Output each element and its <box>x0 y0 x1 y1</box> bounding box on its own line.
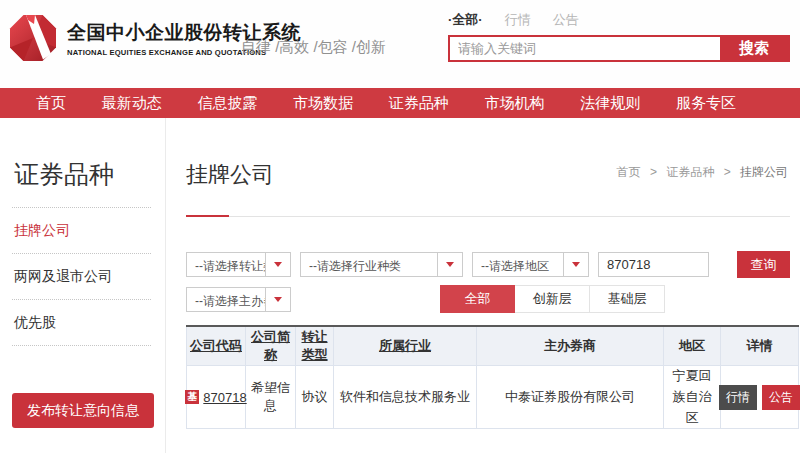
company-code-link[interactable]: 870718 <box>203 390 246 405</box>
content-area: 证券品种 挂牌公司 两网及退市公司 优先股 发布转让意向信息 挂牌公司 首页 >… <box>0 118 800 453</box>
search-button[interactable]: 搜索 <box>720 37 788 60</box>
chevron-down-icon <box>563 253 588 276</box>
nav-item-market-institutions[interactable]: 市场机构 <box>485 94 545 113</box>
filter-section: --请选择转让类型 --请选择行业种类 --请选择地区 查询 --请选择主办券商 <box>186 251 790 313</box>
column-header-detail: 详情 <box>721 326 799 366</box>
sidebar-title: 证券品种 <box>12 118 151 208</box>
nav-item-securities-types[interactable]: 证券品种 <box>389 94 449 113</box>
search-bar: 搜索 <box>448 35 790 62</box>
layer-tab-basic[interactable]: 基础层 <box>590 285 665 313</box>
sidebar-item-listed-companies[interactable]: 挂牌公司 <box>12 208 151 254</box>
layer-tabs: 全部 创新层 基础层 <box>440 285 665 313</box>
column-header-company-code[interactable]: 公司代码 <box>187 326 246 366</box>
filter-row-1: --请选择转让类型 --请选择行业种类 --请选择地区 查询 <box>186 251 790 278</box>
breadcrumb: 首页 > 证券品种 > 挂牌公司 <box>617 164 788 181</box>
title-underline <box>186 216 790 217</box>
column-header-region: 地区 <box>664 326 721 366</box>
breadcrumb-securities-types[interactable]: 证券品种 <box>666 165 714 179</box>
main-nav: 首页 最新动态 信息披露 市场数据 证券品种 市场机构 法律规则 服务专区 <box>0 88 800 118</box>
basic-layer-badge-icon: 基 <box>185 390 199 404</box>
cell-company-code: 基 870718 <box>187 366 246 429</box>
sidebar: 证券品种 挂牌公司 两网及退市公司 优先股 发布转让意向信息 <box>0 118 166 453</box>
layer-tab-innovation[interactable]: 创新层 <box>515 285 590 313</box>
chevron-down-icon <box>437 253 462 276</box>
main-panel: 挂牌公司 首页 > 证券品种 > 挂牌公司 --请选择转让类型 --请选择行业种… <box>166 118 800 429</box>
nav-item-market-data[interactable]: 市场数据 <box>293 94 353 113</box>
broker-select[interactable]: --请选择主办券商 <box>186 287 291 312</box>
search-tab-announcements[interactable]: 公告 <box>553 11 579 29</box>
column-header-short-name[interactable]: 公司简称 <box>246 326 296 366</box>
region-select[interactable]: --请选择地区 <box>472 252 589 277</box>
breadcrumb-home[interactable]: 首页 <box>617 165 641 179</box>
nav-item-service-zone[interactable]: 服务专区 <box>676 94 736 113</box>
chevron-down-icon <box>265 288 290 311</box>
company-table: 公司代码 公司简称 转让类型 所属行业 主办券商 地区 详情 基 870718 <box>186 325 799 429</box>
sidebar-item-preferred-stock[interactable]: 优先股 <box>12 300 151 346</box>
query-button[interactable]: 查询 <box>737 251 790 278</box>
column-header-broker: 主办券商 <box>477 326 664 366</box>
nav-item-legal-rules[interactable]: 法律规则 <box>580 94 640 113</box>
cell-transfer-type: 协议 <box>296 366 334 429</box>
breadcrumb-separator: > <box>650 165 657 179</box>
industry-select-value: --请选择行业种类 <box>301 253 437 276</box>
nav-item-info-disclosure[interactable]: 信息披露 <box>197 94 257 113</box>
table-row: 基 870718 希望信息 协议 软件和信息技术服务业 中泰证券股份有限公司 宁… <box>187 366 799 429</box>
column-header-transfer-type[interactable]: 转让类型 <box>296 326 334 366</box>
filter-row-2: --请选择主办券商 全部 创新层 基础层 <box>186 285 790 313</box>
broker-select-value: --请选择主办券商 <box>187 288 265 311</box>
region-select-value: --请选择地区 <box>473 253 563 276</box>
nav-item-latest-news[interactable]: 最新动态 <box>102 94 162 113</box>
transfer-type-select[interactable]: --请选择转让类型 <box>186 252 291 277</box>
table-header-row: 公司代码 公司简称 转让类型 所属行业 主办券商 地区 详情 <box>187 326 799 366</box>
keyword-input[interactable] <box>598 252 709 277</box>
site-slogan: 自律 /高效 /包容 /创新 <box>241 38 386 57</box>
layer-tab-all[interactable]: 全部 <box>440 285 515 313</box>
cell-broker: 中泰证券股份有限公司 <box>477 366 664 429</box>
chevron-down-icon <box>265 253 290 276</box>
sidebar-item-two-network-delisted[interactable]: 两网及退市公司 <box>12 254 151 300</box>
search-scope-tabs: ·全部· 行情 公告 <box>448 11 790 29</box>
site-header: 全国中小企业股份转让系统 NATIONAL EQUITIES EXCHANGE … <box>0 0 800 88</box>
breadcrumb-current-page: 挂牌公司 <box>740 165 788 179</box>
search-area: ·全部· 行情 公告 搜索 <box>448 11 790 62</box>
transfer-type-select-value: --请选择转让类型 <box>187 253 265 276</box>
neeq-octagon-logo-icon <box>8 13 58 63</box>
publish-transfer-intent-button[interactable]: 发布转让意向信息 <box>12 393 154 428</box>
quote-button[interactable]: 行情 <box>719 385 757 410</box>
announcement-button[interactable]: 公告 <box>762 385 800 410</box>
cell-short-name: 希望信息 <box>246 366 296 429</box>
column-header-industry[interactable]: 所属行业 <box>334 326 477 366</box>
breadcrumb-separator: > <box>724 165 731 179</box>
nav-item-home[interactable]: 首页 <box>36 94 66 113</box>
cell-industry: 软件和信息技术服务业 <box>334 366 477 429</box>
industry-select[interactable]: --请选择行业种类 <box>300 252 463 277</box>
search-tab-quotes[interactable]: 行情 <box>505 11 531 29</box>
cell-region: 宁夏回族自治区 <box>664 366 721 429</box>
cell-detail: 行情 公告 <box>721 366 799 429</box>
search-tab-all[interactable]: ·全部· <box>448 11 483 29</box>
search-input[interactable] <box>450 37 720 60</box>
